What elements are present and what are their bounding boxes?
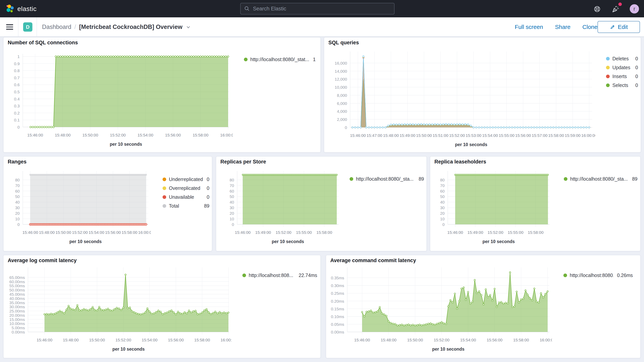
legend-item[interactable]: Inserts0 xyxy=(606,74,638,79)
svg-text:0.30ms: 0.30ms xyxy=(331,283,344,288)
svg-text:10: 10 xyxy=(230,217,234,221)
panel-title[interactable]: Average log commit latency xyxy=(8,258,77,264)
svg-text:5.00ms: 5.00ms xyxy=(12,326,25,330)
global-search[interactable] xyxy=(240,3,394,14)
svg-text:15:58:00: 15:58:00 xyxy=(122,230,138,234)
panel-sql-connections: Number of SQL connections 10.90.80.70.60… xyxy=(3,37,321,152)
legend-value: 0 xyxy=(207,194,210,200)
legend-item[interactable]: Deletes0 xyxy=(606,56,638,62)
legend-item[interactable]: http://localhost:8080/_stat...1 xyxy=(244,57,316,62)
global-header: elastic xyxy=(0,0,644,17)
svg-text:0.2: 0.2 xyxy=(14,111,20,115)
clone-button[interactable]: Clone xyxy=(582,24,598,30)
svg-text:15:58:00: 15:58:00 xyxy=(548,133,564,138)
svg-text:0.9: 0.9 xyxy=(14,62,20,66)
panel-title[interactable]: SQL queries xyxy=(328,40,359,46)
svg-text:80: 80 xyxy=(15,178,20,182)
svg-text:15:49:00: 15:49:00 xyxy=(468,230,483,234)
chart-avg-log-commit-latency[interactable]: 65.00ms60.00ms55.00ms50.00ms45.00ms40.00… xyxy=(7,266,232,360)
legend-color-dot xyxy=(162,195,166,199)
svg-text:15:57:00: 15:57:00 xyxy=(532,133,548,138)
chart-ranges[interactable]: 8070605040302010015:46:0015:48:0015:50:0… xyxy=(7,166,151,250)
breadcrumb-dashboard[interactable]: Dashboard xyxy=(42,24,71,30)
legend-value: 89 xyxy=(418,176,424,182)
legend-label: Inserts xyxy=(612,74,632,79)
svg-text:per 10 seconds: per 10 seconds xyxy=(432,346,464,352)
svg-text:20: 20 xyxy=(230,211,234,216)
share-button[interactable]: Share xyxy=(555,24,570,30)
svg-text:15:50:00: 15:50:00 xyxy=(56,230,71,234)
legend-color-dot xyxy=(606,57,610,60)
legend-item[interactable]: Total89 xyxy=(162,203,210,209)
svg-text:2,000: 2,000 xyxy=(337,117,347,122)
chart-avg-command-commit-latency[interactable]: 0.35ms0.30ms0.25ms0.20ms0.15ms0.10ms0.05… xyxy=(330,266,552,360)
full-screen-button[interactable]: Full screen xyxy=(515,24,543,30)
legend-item[interactable]: Overreplicated0 xyxy=(162,186,210,191)
panel-replicas-per-store: Replicas per Store 8070605040302010015:4… xyxy=(216,156,427,251)
svg-text:10,000: 10,000 xyxy=(335,85,347,90)
legend-item[interactable]: Unavailable0 xyxy=(162,194,210,200)
svg-text:60: 60 xyxy=(440,189,445,193)
legend-item[interactable]: http://localhost:808...22.74ms xyxy=(242,272,317,278)
svg-text:45.00ms: 45.00ms xyxy=(9,292,25,296)
svg-text:15:55:00: 15:55:00 xyxy=(498,133,514,138)
legend-value: 1 xyxy=(313,57,316,62)
panel-sql-queries: SQL queries 16,00014,00012,00010,0008,00… xyxy=(324,37,641,152)
svg-text:30: 30 xyxy=(230,206,234,210)
svg-text:15:50:00: 15:50:00 xyxy=(407,338,423,342)
elastic-logo[interactable]: elastic xyxy=(6,4,37,13)
svg-text:15:52:00: 15:52:00 xyxy=(110,133,126,137)
svg-text:15:52:00: 15:52:00 xyxy=(72,230,88,234)
legend-replica-leaseholders: http://localhost:8080/_sta...89 xyxy=(564,176,638,185)
svg-text:70: 70 xyxy=(440,183,445,188)
chevron-down-icon[interactable] xyxy=(186,24,191,30)
svg-text:per 10 seconds: per 10 seconds xyxy=(70,239,102,244)
legend-label: Underreplicated xyxy=(169,176,203,182)
dashboard-badge[interactable]: D xyxy=(23,22,32,32)
svg-text:15:56:00: 15:56:00 xyxy=(105,230,121,234)
chart-replica-leaseholders[interactable]: 8070605040302010015:46:0015:49:0015:52:0… xyxy=(434,166,552,250)
user-avatar[interactable]: r xyxy=(630,4,639,14)
svg-text:15:47:00: 15:47:00 xyxy=(366,133,382,138)
chart-sql-connections[interactable]: 10.90.80.70.60.50.40.30.20.1015:46:0015:… xyxy=(7,48,233,157)
help-icon[interactable] xyxy=(593,5,602,13)
legend-item[interactable]: Underreplicated0 xyxy=(162,176,210,182)
svg-text:0.3: 0.3 xyxy=(14,104,20,108)
svg-text:15:46:00: 15:46:00 xyxy=(22,230,38,234)
legend-label: http://localhost:808... xyxy=(249,272,295,278)
chart-sql-queries[interactable]: 16,00014,00012,00010,0008,0006,0004,0002… xyxy=(328,48,595,157)
legend-item[interactable]: http://localhost:8080/_sta...89 xyxy=(350,176,424,182)
svg-text:50.00ms: 50.00ms xyxy=(9,288,25,292)
series-unavailable xyxy=(30,224,147,225)
legend-replicas-per-store: http://localhost:8080/_sta...89 xyxy=(350,176,424,185)
svg-text:15:52:00: 15:52:00 xyxy=(488,230,504,234)
search-input[interactable] xyxy=(252,6,391,12)
menu-hamburger-icon[interactable] xyxy=(6,24,13,30)
chart-svg-connections: 10.90.80.70.60.50.40.30.20.1015:46:0015:… xyxy=(7,48,233,156)
panel-title[interactable]: Replicas per Store xyxy=(220,159,266,165)
svg-text:15:46:00: 15:46:00 xyxy=(354,338,370,342)
svg-text:10: 10 xyxy=(15,217,20,221)
panel-title[interactable]: Ranges xyxy=(8,159,26,165)
legend-label: Overreplicated xyxy=(169,186,203,191)
panel-title[interactable]: Replica leaseholders xyxy=(434,159,486,165)
breadcrumb: Dashboard / [Metricbeat CockroachDB] Ove… xyxy=(42,17,191,36)
legend-value: 0.26ms xyxy=(617,272,633,278)
svg-text:15:48:00: 15:48:00 xyxy=(63,338,79,342)
series-total xyxy=(30,174,147,224)
chart-replicas-per-store[interactable]: 8070605040302010015:46:0015:49:0015:52:0… xyxy=(220,166,341,250)
legend-item[interactable]: http://localhost:8080...0.26ms xyxy=(564,272,633,278)
svg-text:16:00:00: 16:00:00 xyxy=(220,133,233,137)
legend-item[interactable]: http://localhost:8080/_sta...89 xyxy=(564,176,638,182)
edit-button[interactable]: Edit xyxy=(598,21,640,33)
svg-text:15:46:00: 15:46:00 xyxy=(447,230,463,234)
svg-text:20: 20 xyxy=(440,211,445,216)
legend-label: http://localhost:8080... xyxy=(570,272,614,278)
panel-title[interactable]: Number of SQL connections xyxy=(8,40,78,46)
series-leaseholders xyxy=(454,174,548,224)
legend-item[interactable]: Updates0 xyxy=(606,65,638,70)
svg-text:0.8: 0.8 xyxy=(14,68,20,73)
legend-color-dot xyxy=(350,177,353,181)
panel-title[interactable]: Average command commit latency xyxy=(330,258,416,264)
legend-item[interactable]: Selects0 xyxy=(606,82,638,88)
